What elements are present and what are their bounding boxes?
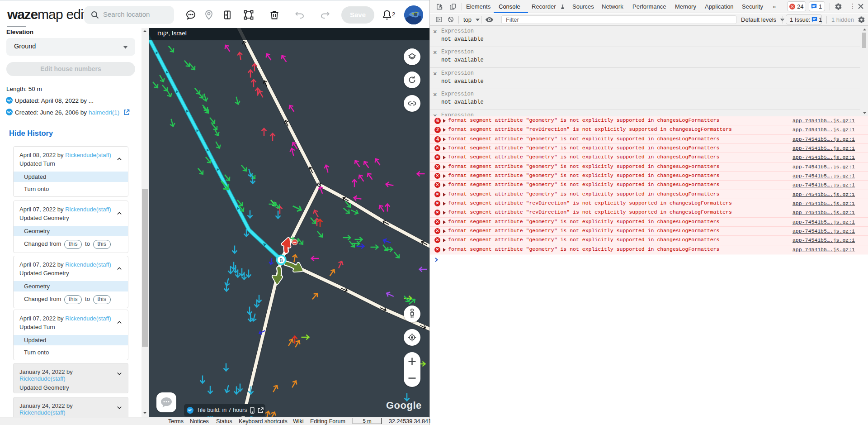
svg-text:B: B [279,258,283,263]
